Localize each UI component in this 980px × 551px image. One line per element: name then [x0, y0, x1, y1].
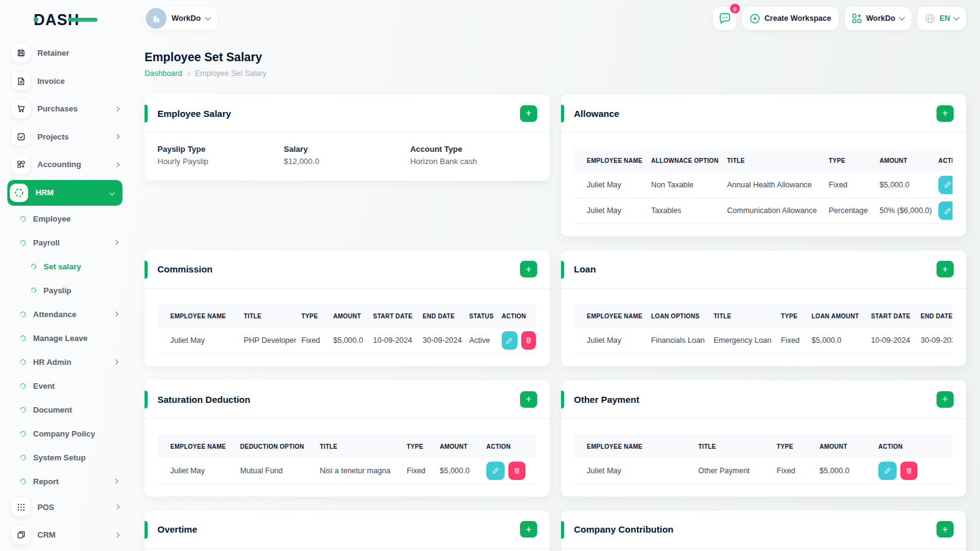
table-header-row: EMPLOYEE NAMETITLETYPEAMOUNTSTART DATEEN… [157, 305, 536, 328]
column-header: DEDUCTION OPTION [227, 435, 307, 458]
app-logo[interactable]: DASH [0, 0, 129, 39]
loan-table: EMPLOYEE NAMELOAN OPTIONSTITLETYPELOAN A… [574, 305, 952, 354]
workspace-name: WorkDo [172, 14, 201, 23]
edit-button[interactable] [878, 462, 897, 480]
hrm-icon [10, 184, 28, 202]
card-other-payment: Other Payment + EMPLOYEE NAMETITLETYPEAM… [561, 380, 966, 497]
saturation-deduction-header: Saturation Deduction + [145, 380, 549, 419]
bullet-icon [19, 382, 27, 390]
column-header: TITLE [714, 149, 816, 172]
sidebar-item-company-policy[interactable]: Company Policy [0, 422, 129, 446]
add-overtime-button[interactable]: + [520, 521, 537, 538]
edit-button[interactable] [938, 201, 952, 220]
invoice-icon [12, 72, 30, 90]
sidebar-item-hrm[interactable]: HRM [7, 180, 123, 206]
main-content: WorkDo 0 Create Workspace [129, 0, 980, 551]
chevron-down-icon [899, 14, 905, 20]
column-header: TYPE [764, 435, 807, 458]
add-commission-button[interactable]: + [520, 261, 537, 277]
sidebar-item-purchases[interactable]: Purchases [0, 95, 129, 123]
sidebar-item-report[interactable]: Report [0, 470, 129, 493]
sidebar-item-document[interactable]: Document [0, 398, 129, 422]
column-header: TITLE [231, 305, 288, 328]
breadcrumb-dashboard[interactable]: Dashboard [145, 69, 182, 78]
column-header: START DATE [858, 305, 908, 328]
column-header: EMPLOYEE NAME [574, 435, 685, 458]
create-workspace-label: Create Workspace [764, 14, 831, 23]
sidebar-item-accounting[interactable]: Accounting [0, 151, 129, 179]
card-allowance: Allowance + EMPLOYEE NAMEALLOWNACE OPTIO… [561, 94, 966, 236]
delete-button[interactable] [900, 462, 918, 480]
messages-button[interactable]: 0 [713, 7, 736, 30]
add-employee-salary-button[interactable]: + [520, 105, 537, 122]
edit-button[interactable] [502, 331, 518, 350]
chat-icon [718, 12, 732, 26]
employee-salary-header: Employee Salary + [145, 94, 549, 133]
sidebar-item-system-setup[interactable]: System Setup [0, 446, 129, 470]
table-row: Juliet MayTaxablesCommunication Allowanc… [574, 198, 952, 223]
column-header: EMPLOYEE NAME [157, 305, 231, 328]
chevron-right-icon [115, 134, 119, 139]
sidebar-item-employee[interactable]: Employee [0, 207, 129, 231]
column-header: TYPE [816, 149, 867, 172]
add-other-payment-button[interactable]: + [937, 391, 954, 408]
add-saturation-deduction-button[interactable]: + [520, 391, 537, 408]
sidebar-item-crm[interactable]: CRM [0, 521, 129, 549]
chevron-down-icon [205, 14, 211, 20]
workspace-menu-label: WorkDo [866, 14, 895, 23]
page-title: Employee Set Salary [145, 50, 966, 64]
allowance-table: EMPLOYEE NAMEALLOWNACE OPTIONTITLETYPEAM… [574, 149, 952, 224]
bullet-icon [19, 406, 27, 414]
workspace-menu-button[interactable]: WorkDo [845, 7, 911, 30]
column-header: START DATE [360, 305, 410, 328]
building-icon [151, 13, 162, 24]
chevron-right-icon [113, 240, 118, 245]
column-header: TITLE [701, 305, 768, 328]
sidebar-item-hr-admin[interactable]: HR Admin [0, 350, 129, 374]
column-header: AMOUNT [320, 305, 360, 328]
delete-button[interactable] [508, 462, 526, 480]
other-payment-table: EMPLOYEE NAMETITLETYPEAMOUNTACTIONJuliet… [574, 435, 952, 484]
sidebar-item-payslip[interactable]: Payslip [0, 279, 129, 302]
chevron-down-icon [110, 190, 115, 195]
card-commission: Commission + EMPLOYEE NAMETITLETYPEAMOUN… [145, 250, 549, 367]
bullet-icon [19, 310, 27, 318]
card-overtime: Overtime + [145, 511, 549, 551]
sidebar-item-projects[interactable]: Projects [0, 123, 129, 151]
sidebar-item-set-salary[interactable]: Set salary [0, 255, 129, 279]
card-loan: Loan + EMPLOYEE NAMELOAN OPTIONSTITLETYP… [561, 250, 966, 367]
sidebar-item-pos[interactable]: POS [0, 493, 129, 522]
language-label: EN [940, 14, 950, 23]
delete-button[interactable] [521, 331, 536, 350]
add-loan-button[interactable]: + [937, 261, 954, 277]
card-company-contribution: Company Contribution + [561, 511, 966, 551]
sidebar-item-attendance[interactable]: Attendance [0, 302, 129, 326]
language-button[interactable]: EN [918, 7, 966, 30]
sidebar-item-event[interactable]: Event [0, 374, 129, 398]
edit-button[interactable] [938, 176, 952, 194]
card-title: Other Payment [574, 394, 639, 405]
chevron-right-icon [115, 533, 119, 538]
sidebar-item-manage-leave[interactable]: Manage Leave [0, 326, 129, 350]
edit-button[interactable] [486, 462, 505, 480]
sidebar: DASH RetainerInvoicePurchasesProjectsAcc… [0, 0, 129, 551]
workspace-switcher[interactable]: WorkDo [145, 7, 217, 30]
sidebar-item-retainer[interactable]: Retainer [0, 39, 129, 67]
sidebar-item-payroll[interactable]: Payroll [0, 231, 129, 255]
add-allowance-button[interactable]: + [937, 105, 954, 122]
column-header: STATUS [456, 305, 489, 328]
grid-plus-icon [852, 13, 862, 23]
column-header: ACTION [865, 435, 952, 458]
pos-icon [12, 498, 30, 516]
bullet-icon [19, 334, 27, 342]
sidebar-item-invoice[interactable]: Invoice [0, 67, 129, 96]
sidebar-nav: RetainerInvoicePurchasesProjectsAccounti… [0, 39, 129, 549]
create-workspace-button[interactable]: Create Workspace [742, 7, 839, 30]
add-company-contribution-button[interactable]: + [937, 521, 954, 538]
card-title: Employee Salary [157, 108, 231, 119]
app-root: DASH RetainerInvoicePurchasesProjectsAcc… [0, 0, 980, 551]
card-employee-salary: Employee Salary + Payslip Type Hourly Pa… [145, 94, 549, 181]
card-title: Company Contribution [574, 524, 673, 534]
bullet-icon [19, 215, 27, 223]
payslip-type-field: Payslip Type Hourly Payslip [157, 144, 284, 166]
